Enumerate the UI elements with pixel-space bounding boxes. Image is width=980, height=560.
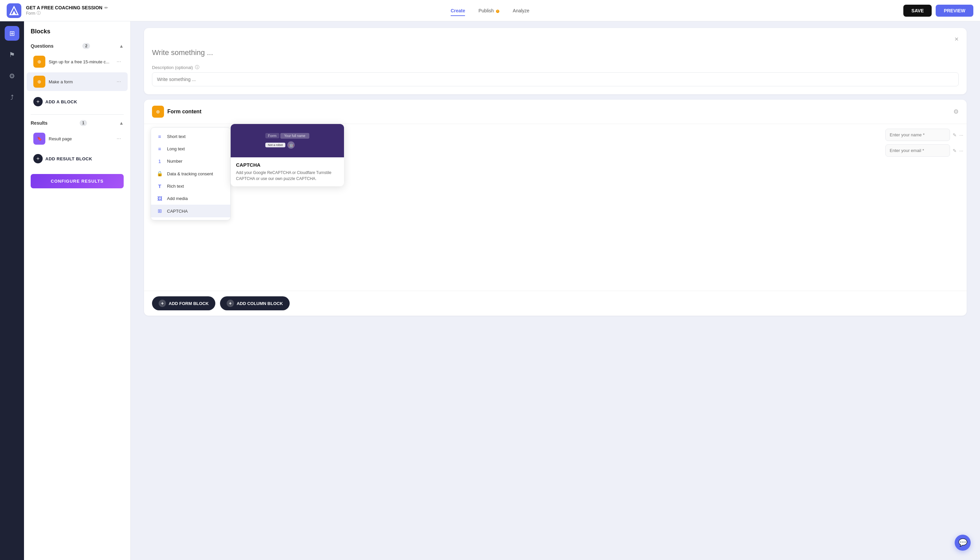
questions-count: 2: [82, 43, 90, 49]
media-icon: 🖼: [156, 196, 163, 201]
add-block-button[interactable]: + ADD A BLOCK: [27, 94, 128, 110]
sidebar-item-share[interactable]: ⤴: [5, 90, 19, 105]
long-text-icon: ≡: [156, 146, 163, 152]
field-menu-icon[interactable]: ···: [959, 132, 963, 138]
rich-text-icon: T: [156, 183, 163, 189]
captcha-popup: Form Your full name Not a robot 🤖 CAPTCH…: [231, 124, 344, 186]
dropdown-item-short-text[interactable]: ≡ Short text: [151, 130, 230, 143]
tab-analyze[interactable]: Analyze: [513, 7, 529, 15]
block-makeform-menu-icon[interactable]: ···: [117, 79, 121, 85]
field-menu-icon-2[interactable]: ···: [959, 148, 963, 153]
field-edit-icon[interactable]: ✎: [953, 132, 957, 138]
block-signup-menu-icon[interactable]: ···: [117, 59, 121, 65]
block-makeform-label: Make a form: [49, 79, 113, 84]
results-label: Results: [31, 120, 48, 126]
form-content-gear-icon[interactable]: ⚙: [953, 108, 959, 115]
form-content-header: ⊕ Form content ⚙: [144, 100, 967, 124]
edit-title-icon[interactable]: ✏: [104, 5, 108, 10]
dropdown-item-long-text[interactable]: ≡ Long text: [151, 143, 230, 155]
blocks-panel: Blocks Questions 2 ▲ ⊕ Sign up for a fre…: [24, 21, 131, 560]
dropdown-item-number[interactable]: 1 Number: [151, 155, 230, 167]
field-row-name: ✎ ···: [885, 129, 961, 141]
main-content: ✕ Description (optional) ⓘ ⊕ Form conten…: [131, 21, 980, 560]
form-content-title-group: ⊕ Form content: [152, 106, 201, 118]
tab-publish[interactable]: Publish *: [478, 7, 499, 15]
results-section-header: Results 1 ▲: [24, 117, 130, 129]
form-subtitle: Form ⓘ: [26, 10, 108, 16]
add-column-block-button[interactable]: + ADD COLUMN BLOCK: [220, 296, 290, 310]
description-info-icon: ⓘ: [195, 64, 199, 70]
chat-bubble[interactable]: 💬: [955, 535, 971, 551]
logo-icon[interactable]: [7, 3, 21, 18]
block-makeform-icon: ⊕: [33, 76, 45, 88]
add-result-block-button[interactable]: + ADD RESULT BLOCK: [27, 151, 128, 167]
question-title-input[interactable]: [152, 45, 959, 60]
add-form-plus-icon: +: [159, 300, 166, 307]
dropdown-item-tracking[interactable]: 🔒 Data & tracking consent: [151, 167, 230, 180]
form-fields-area: ✎ ··· ✎ ···: [880, 124, 967, 161]
dropdown-item-captcha[interactable]: ⊞ CAPTCHA: [151, 205, 230, 217]
save-button[interactable]: SAVE: [903, 5, 932, 17]
add-form-block-button[interactable]: + ADD FORM BLOCK: [152, 296, 215, 310]
card-close-icon[interactable]: ✕: [954, 36, 959, 42]
short-text-icon: ≡: [156, 134, 163, 139]
add-col-plus-icon: +: [227, 300, 234, 307]
sidebar-item-settings[interactable]: ⚙: [5, 69, 19, 83]
topnav-right: SAVE PREVIEW: [529, 5, 973, 17]
form-content-card: ⊕ Form content ⚙ ≡ Short text ≡ Long tex…: [144, 100, 967, 316]
number-icon: 1: [156, 158, 163, 164]
block-type-dropdown: ≡ Short text ≡ Long text 1 Number 🔒 Data…: [151, 127, 231, 220]
tab-create[interactable]: Create: [451, 7, 465, 15]
block-signup[interactable]: ⊕ Sign up for a free 15-minute c... ···: [27, 52, 128, 71]
questions-label: Questions: [31, 43, 53, 49]
page-title: GET A FREE COACHING SESSION ✏: [26, 5, 108, 10]
panel-divider: [31, 114, 124, 115]
questions-collapse-icon[interactable]: ▲: [119, 43, 124, 49]
preview-button[interactable]: PREVIEW: [936, 5, 973, 17]
add-result-block-label: ADD RESULT BLOCK: [45, 156, 92, 161]
main-layout: ⊞ ⚑ ⚙ ⤴ Blocks Questions 2 ▲ ⊕ Sign up f…: [0, 21, 980, 560]
description-input[interactable]: [152, 72, 959, 86]
field-row-email: ✎ ···: [885, 144, 961, 157]
add-form-block-label: ADD FORM BLOCK: [169, 301, 209, 306]
sidebar-item-blocks[interactable]: ⊞: [5, 26, 19, 41]
field-edit-icon-2[interactable]: ✎: [953, 148, 957, 153]
captcha-title: CAPTCHA: [236, 162, 339, 168]
info-icon: ⓘ: [37, 10, 41, 16]
blocks-panel-title: Blocks: [24, 28, 130, 40]
form-content-body: ≡ Short text ≡ Long text 1 Number 🔒 Data…: [144, 124, 967, 217]
block-result-page[interactable]: 🔖 Result page ···: [27, 129, 128, 148]
captcha-description: Add your Google ReCAPTCHA or Cloudflare …: [236, 170, 339, 182]
topnav-left: GET A FREE COACHING SESSION ✏ Form ⓘ: [7, 3, 451, 18]
block-makeform[interactable]: ⊕ Make a form ···: [27, 72, 128, 91]
card-close-row: ✕: [152, 36, 959, 42]
sidebar-item-flag[interactable]: ⚑: [5, 47, 19, 62]
results-count: 1: [80, 120, 87, 126]
block-result-label: Result page: [49, 136, 113, 141]
topnav: GET A FREE COACHING SESSION ✏ Form ⓘ Cre…: [0, 0, 980, 21]
question-title-card: ✕ Description (optional) ⓘ: [144, 28, 967, 94]
captcha-info: CAPTCHA Add your Google ReCAPTCHA or Clo…: [231, 157, 344, 186]
block-signup-icon: ⊕: [33, 56, 45, 68]
sidebar-icons: ⊞ ⚑ ⚙ ⤴: [0, 21, 24, 560]
publish-badge: *: [496, 10, 499, 13]
tracking-icon: 🔒: [156, 171, 163, 177]
questions-section-header: Questions 2 ▲: [24, 40, 130, 52]
form-content-icon: ⊕: [152, 106, 164, 118]
add-block-label: ADD A BLOCK: [45, 99, 77, 104]
add-result-plus-icon: +: [33, 154, 43, 163]
dropdown-item-media[interactable]: 🖼 Add media: [151, 192, 230, 205]
name-field[interactable]: [885, 129, 950, 141]
dropdown-item-rich-text[interactable]: T Rich text: [151, 180, 230, 192]
email-field[interactable]: [885, 144, 950, 157]
description-label: Description (optional) ⓘ: [152, 64, 959, 70]
block-signup-label: Sign up for a free 15-minute c...: [49, 59, 113, 64]
block-result-icon: 🔖: [33, 133, 45, 145]
configure-results-button[interactable]: CONFIGURE RESULTS: [31, 174, 124, 188]
captcha-icon: ⊞: [156, 208, 163, 214]
form-content-footer: + ADD FORM BLOCK + ADD COLUMN BLOCK: [144, 291, 967, 316]
block-result-menu-icon[interactable]: ···: [117, 136, 121, 142]
add-block-plus-icon: +: [33, 97, 43, 106]
results-collapse-icon[interactable]: ▲: [119, 120, 124, 126]
add-column-block-label: ADD COLUMN BLOCK: [237, 301, 283, 306]
